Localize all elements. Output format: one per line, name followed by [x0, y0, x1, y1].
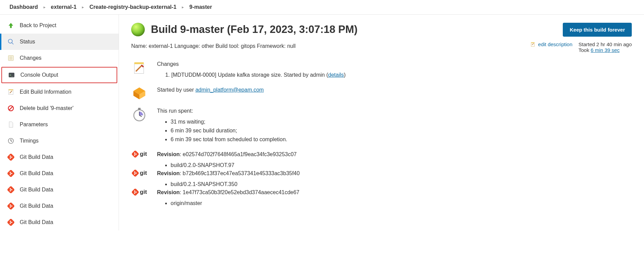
breadcrumb-item[interactable]: 9-master	[189, 4, 212, 10]
sidebar: Back to Project Status Changes >_ Consol…	[0, 15, 119, 230]
sidebar-item-label: Git Build Data	[20, 203, 53, 209]
started-by-label: Started by user	[157, 87, 195, 93]
sidebar-item-label: Changes	[20, 55, 41, 61]
pencil-icon	[530, 42, 536, 47]
notepad-icon	[7, 88, 15, 96]
edit-description-label: edit description	[538, 41, 572, 47]
sidebar-item-git-build-data[interactable]: Git Build Data	[0, 182, 119, 198]
chevron-right-icon: ▸	[82, 5, 84, 10]
revision-line: Revision: b72b469c13f37ec47ea537341e4533…	[157, 170, 632, 177]
stopwatch-icon	[131, 107, 147, 122]
sidebar-item-label: Git Build Data	[20, 219, 53, 225]
sidebar-item-delete-build[interactable]: Delete build '9-master'	[0, 100, 119, 116]
sidebar-item-parameters[interactable]: Parameters	[0, 116, 119, 133]
git-icon: git	[131, 151, 147, 157]
clock-icon	[7, 137, 15, 145]
sidebar-item-label: Timings	[20, 138, 38, 144]
build-status-icon	[131, 23, 145, 36]
revision-ref: build/0.2.0-SNAPSHOT.97	[171, 161, 632, 170]
changes-heading: Changes	[157, 61, 632, 67]
sidebar-item-status[interactable]: Status	[0, 34, 119, 50]
edit-description-link[interactable]: edit description	[530, 41, 572, 47]
build-description: Name: external-1 Language: other Build t…	[131, 43, 522, 49]
svg-text:>_: >_	[10, 73, 13, 77]
page-title: Build 9-master (Feb 17, 2023, 3:07:18 PM…	[151, 23, 358, 36]
sidebar-item-label: Edit Build Information	[20, 89, 71, 95]
duration-link[interactable]: 6 min 39 sec	[591, 47, 620, 53]
revision-section: git Revision: e02574d702f7648f465a1f9eac…	[131, 151, 632, 170]
sidebar-item-git-build-data[interactable]: Git Build Data	[0, 149, 119, 165]
breadcrumb-item[interactable]: Create-registry-backup-external-1	[89, 4, 176, 10]
started-by-user-link[interactable]: admin_platform@epam.com	[195, 87, 264, 93]
sidebar-item-changes[interactable]: Changes	[0, 50, 119, 66]
sidebar-item-label: Back to Project	[20, 22, 56, 29]
sidebar-item-label: Console Output	[20, 72, 58, 78]
svg-line-10	[9, 107, 13, 110]
changes-section: Changes [MDTUDDM-0000] Update kafka stor…	[131, 60, 632, 79]
sidebar-item-label: Status	[20, 39, 35, 45]
run-spent-item: 31 ms waiting;	[171, 117, 632, 126]
change-item: [MDTUDDM-0000] Update kafka storage size…	[171, 71, 632, 79]
git-icon	[7, 186, 15, 194]
breadcrumb-item[interactable]: external-1	[51, 4, 77, 10]
svg-line-1	[12, 43, 14, 44]
git-icon	[7, 202, 15, 210]
sidebar-item-git-build-data[interactable]: Git Build Data	[0, 165, 119, 182]
list-icon	[7, 54, 15, 62]
sidebar-item-timings[interactable]: Timings	[0, 133, 119, 149]
chevron-right-icon: ▸	[43, 5, 46, 10]
git-icon	[7, 169, 15, 178]
sidebar-item-edit-build-info[interactable]: Edit Build Information	[0, 84, 119, 100]
revision-line: Revision: 1e47f73ca50b3f20e52ebd3d374aae…	[157, 189, 632, 196]
sidebar-item-git-build-data[interactable]: Git Build Data	[0, 198, 119, 214]
revision-ref: build/0.2.1-SNAPSHOT.350	[171, 180, 632, 189]
sidebar-item-label: Delete build '9-master'	[20, 105, 73, 111]
sidebar-item-console-output[interactable]: >_ Console Output	[1, 67, 117, 83]
search-icon	[7, 38, 15, 46]
delete-icon	[7, 104, 15, 112]
keep-build-button[interactable]: Keep this build forever	[563, 23, 632, 37]
revision-ref: origin/master	[171, 199, 632, 208]
change-details-link[interactable]: details	[328, 72, 344, 78]
duration: Took 6 min 39 sec	[578, 47, 632, 53]
sidebar-item-label: Git Build Data	[20, 187, 53, 193]
revision-line: Revision: e02574d702f7648f465a1f9eac34fc…	[157, 151, 632, 157]
git-icon	[7, 153, 15, 161]
run-spent-item: 6 min 39 sec total from scheduled to com…	[171, 135, 632, 144]
sidebar-item-label: Parameters	[20, 122, 48, 128]
sidebar-item-label: Git Build Data	[20, 170, 53, 177]
up-arrow-icon	[7, 21, 15, 30]
git-icon: git	[131, 189, 147, 196]
sidebar-item-label: Git Build Data	[20, 154, 53, 160]
breadcrumb: Dashboard ▸ external-1 ▸ Create-registry…	[0, 0, 644, 15]
revision-section: git Revision: b72b469c13f37ec47ea537341e…	[131, 170, 632, 189]
chevron-right-icon: ▸	[182, 5, 184, 10]
main-content: Build 9-master (Feb 17, 2023, 3:07:18 PM…	[119, 15, 644, 230]
revision-section: git Revision: 1e47f73ca50b3f20e52ebd3d37…	[131, 189, 632, 208]
run-spent-heading: This run spent:	[157, 108, 632, 114]
git-icon: git	[131, 170, 147, 177]
breadcrumb-item[interactable]: Dashboard	[10, 4, 38, 10]
sidebar-item-git-build-data[interactable]: Git Build Data	[0, 214, 119, 230]
svg-rect-42	[138, 108, 140, 110]
run-spent-item: 6 min 39 sec build duration;	[171, 126, 632, 135]
terminal-icon: >_	[7, 71, 16, 79]
box-icon	[131, 86, 147, 100]
notepad-icon	[131, 60, 147, 75]
started-by-section: Started by user admin_platform@epam.com	[131, 86, 632, 100]
document-icon	[7, 121, 15, 129]
sidebar-item-back[interactable]: Back to Project	[0, 17, 119, 34]
run-spent-section: This run spent: 31 ms waiting; 6 min 39 …	[131, 107, 632, 144]
svg-rect-36	[134, 62, 144, 64]
git-icon	[7, 218, 15, 226]
build-meta: Started 2 hr 40 min ago Took 6 min 39 se…	[578, 41, 632, 53]
svg-point-0	[8, 39, 13, 43]
started-time: Started 2 hr 40 min ago	[578, 41, 632, 47]
